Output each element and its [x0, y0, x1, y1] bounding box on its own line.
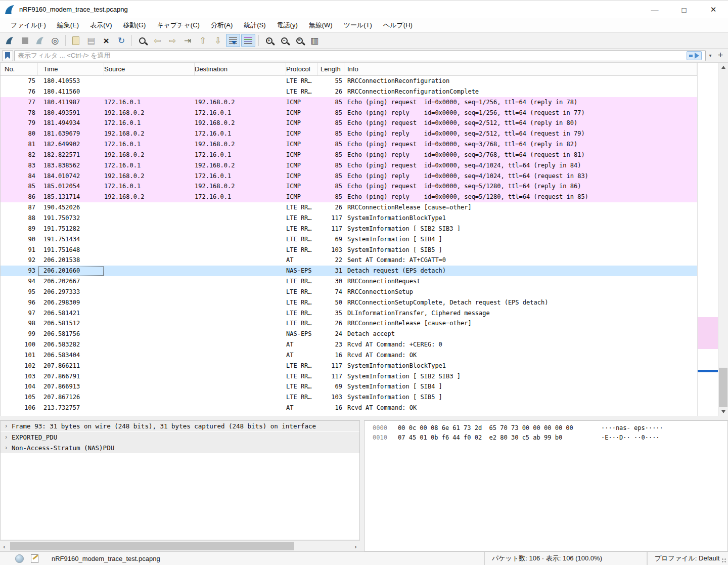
- packet-row[interactable]: 97206.581421LTE RR…35DLInformationTransf…: [1, 308, 697, 319]
- capture-comment-icon[interactable]: [31, 554, 38, 563]
- menu-item-4[interactable]: キャプチャ(C): [151, 19, 205, 32]
- packet-row[interactable]: 92206.201538AT22Sent AT Command: AT+CGAT…: [1, 255, 697, 266]
- save-file-icon[interactable]: ▤: [84, 34, 98, 47]
- packet-row[interactable]: 79181.494934172.16.0.1192.168.0.2ICMP85E…: [1, 118, 697, 128]
- panel-splitter[interactable]: [0, 416, 728, 420]
- menu-item-7[interactable]: 電話(y): [271, 19, 303, 32]
- detail-tree-row[interactable]: ›Non-Access-Stratum (NAS)PDU: [1, 443, 359, 453]
- detail-hex-divider[interactable]: [360, 420, 364, 551]
- expand-arrow-icon[interactable]: ›: [1, 443, 12, 453]
- go-forward-icon[interactable]: ⇨: [165, 34, 179, 47]
- intelligent-scrollbar-minimap[interactable]: [697, 63, 718, 416]
- packet-row[interactable]: 103207.866791LTE RR…117SystemInformation…: [1, 371, 697, 382]
- packet-row[interactable]: 76180.411560LTE RR…26RRCConnectionReconf…: [1, 86, 697, 97]
- add-filter-button[interactable]: +: [715, 50, 726, 61]
- find-packet-icon[interactable]: [135, 34, 149, 47]
- start-capture-icon[interactable]: [3, 34, 17, 47]
- packet-row[interactable]: 83183.838562172.16.0.1192.168.0.2ICMP85E…: [1, 160, 697, 171]
- vertical-scrollbar-thumb[interactable]: [719, 368, 727, 407]
- scroll-down-arrow[interactable]: [718, 407, 728, 416]
- menu-item-10[interactable]: ヘルプ(H): [378, 19, 418, 32]
- packet-row[interactable]: 95206.297333LTE RR…74RRCConnectionSetup: [1, 287, 697, 297]
- menu-item-9[interactable]: ツール(T): [338, 19, 378, 32]
- filter-bookmark-button[interactable]: [2, 50, 13, 61]
- column-header-time[interactable]: Time: [38, 63, 104, 75]
- zoom-in-icon[interactable]: +: [262, 34, 276, 47]
- packet-row[interactable]: 100206.583282AT23Rcvd AT Command: +CEREG…: [1, 339, 697, 350]
- scroll-right-arrow[interactable]: ›: [351, 541, 360, 552]
- go-last-icon[interactable]: ⇩: [211, 34, 225, 47]
- display-filter-input[interactable]: [14, 50, 706, 61]
- column-header-destination[interactable]: Destination: [195, 63, 286, 75]
- packet-row[interactable]: 81182.649902172.16.0.1192.168.0.2ICMP85E…: [1, 139, 697, 150]
- menu-item-2[interactable]: 表示(V): [84, 19, 117, 32]
- zoom-out-icon[interactable]: −: [277, 34, 291, 47]
- detail-tree-row[interactable]: ›EXPORTED_PDU: [1, 432, 359, 443]
- packet-row[interactable]: 78180.493591192.168.0.2172.16.0.1ICMP85E…: [1, 108, 697, 118]
- resize-grip[interactable]: [721, 558, 726, 563]
- hex-row[interactable]: 000000 0c 00 08 6e 61 73 2d 65 70 73 00 …: [365, 423, 727, 433]
- packet-row[interactable]: 85185.012054172.16.0.1192.168.0.2ICMP85E…: [1, 181, 697, 192]
- menu-item-8[interactable]: 無線(W): [303, 19, 338, 32]
- column-header-length[interactable]: Length: [318, 63, 344, 75]
- packet-row[interactable]: 89191.751282LTE RR…117SystemInformation …: [1, 224, 697, 234]
- expand-arrow-icon[interactable]: ›: [1, 432, 12, 443]
- packet-row[interactable]: 96206.298309LTE RR…50RRCConnectionSetupC…: [1, 297, 697, 308]
- status-profile[interactable]: プロファイル: Default: [647, 552, 719, 565]
- packet-row[interactable]: 82182.822571192.168.0.2172.16.0.1ICMP85E…: [1, 150, 697, 160]
- open-file-icon[interactable]: [69, 34, 83, 47]
- packet-row[interactable]: 91191.751648LTE RR…103SystemInformation …: [1, 245, 697, 255]
- stop-capture-icon[interactable]: [18, 34, 32, 47]
- hex-row[interactable]: 001007 45 01 0b f6 44 f0 02 e2 80 30 c5 …: [365, 433, 727, 443]
- scroll-left-arrow[interactable]: ‹: [0, 541, 9, 552]
- packet-row[interactable]: 90191.751434LTE RR…69SystemInformation […: [1, 234, 697, 245]
- packet-row[interactable]: 84184.010742192.168.0.2172.16.0.1ICMP85E…: [1, 171, 697, 182]
- column-header-protocol[interactable]: Protocol: [286, 63, 318, 75]
- zoom-reset-icon[interactable]: =: [292, 34, 306, 47]
- resize-columns-icon[interactable]: ▥: [307, 34, 322, 47]
- packet-row[interactable]: 102207.866211LTE RR…117SystemInformation…: [1, 361, 697, 371]
- close-button[interactable]: ✕: [699, 1, 728, 19]
- minimize-button[interactable]: —: [640, 1, 669, 19]
- packet-row[interactable]: 77180.411987172.16.0.1192.168.0.2ICMP85E…: [1, 97, 697, 108]
- packet-row[interactable]: 75180.410553LTE RR…55RRCConnectionReconf…: [1, 76, 697, 86]
- menu-item-0[interactable]: ファイル(F): [5, 19, 52, 32]
- scroll-up-arrow[interactable]: [718, 63, 728, 71]
- detail-tree-row[interactable]: ›Frame 93: 31 bytes on wire (248 bits), …: [1, 421, 359, 431]
- close-file-icon[interactable]: ×: [99, 34, 113, 47]
- colorize-icon[interactable]: [241, 34, 255, 47]
- packet-row[interactable]: 88191.750732LTE RR…117SystemInformationB…: [1, 213, 697, 224]
- go-to-packet-icon[interactable]: ⇥: [180, 34, 195, 47]
- packet-row[interactable]: 99206.581756NAS-EPS24Detach accept: [1, 329, 697, 339]
- filter-dropdown-button[interactable]: ▾: [706, 50, 715, 61]
- go-first-icon[interactable]: ⇧: [196, 34, 210, 47]
- detail-horizontal-scrollbar[interactable]: ‹ ›: [0, 540, 360, 551]
- menu-item-3[interactable]: 移動(G): [118, 19, 152, 32]
- auto-scroll-icon[interactable]: [226, 34, 240, 47]
- expand-arrow-icon[interactable]: ›: [1, 421, 12, 431]
- packet-row[interactable]: 98206.581512LTE RR…26RRCConnectionReleas…: [1, 318, 697, 329]
- packet-row[interactable]: 104207.866913LTE RR…69SystemInformation …: [1, 381, 697, 392]
- apply-filter-button[interactable]: [687, 51, 702, 60]
- column-header-no[interactable]: No.: [1, 63, 38, 75]
- packet-row[interactable]: 106213.732757AT16Rcvd AT Command: OK: [1, 403, 697, 413]
- menu-item-6[interactable]: 統計(S): [238, 19, 271, 32]
- go-back-icon[interactable]: ⇦: [150, 34, 164, 47]
- horizontal-scrollbar-thumb[interactable]: [10, 542, 294, 550]
- packet-row[interactable]: 87190.452026LTE RR…26RRCConnectionReleas…: [1, 202, 697, 213]
- packet-list-vertical-scrollbar[interactable]: [718, 63, 728, 416]
- packet-row[interactable]: 80181.639679192.168.0.2172.16.0.1ICMP85E…: [1, 128, 697, 139]
- expert-info-icon[interactable]: [15, 554, 24, 563]
- reload-file-icon[interactable]: ↻: [114, 34, 128, 47]
- menu-item-5[interactable]: 分析(A): [205, 19, 238, 32]
- maximize-button[interactable]: □: [669, 1, 699, 19]
- packet-row[interactable]: 93206.201660NAS-EPS31Detach request (EPS…: [1, 266, 697, 276]
- packet-row[interactable]: 101206.583404AT16Rcvd AT Command: OK: [1, 350, 697, 361]
- packet-row[interactable]: 86185.131714192.168.0.2172.16.0.1ICMP85E…: [1, 192, 697, 202]
- restart-capture-icon[interactable]: [33, 34, 47, 47]
- menu-item-1[interactable]: 編集(E): [52, 19, 84, 32]
- column-header-source[interactable]: Source: [104, 63, 195, 75]
- capture-options-icon[interactable]: ◎: [48, 34, 62, 47]
- packet-row[interactable]: 94206.202667LTE RR…30RRCConnectionReques…: [1, 276, 697, 287]
- packet-row[interactable]: 105207.867126LTE RR…103SystemInformation…: [1, 392, 697, 403]
